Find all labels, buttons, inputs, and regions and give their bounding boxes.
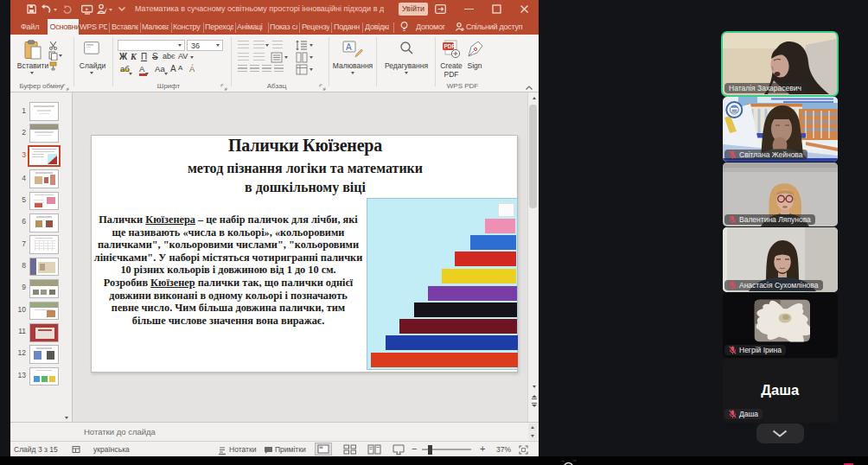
svg-text:PDF: PDF	[444, 43, 456, 49]
svg-text:A: A	[346, 42, 352, 52]
